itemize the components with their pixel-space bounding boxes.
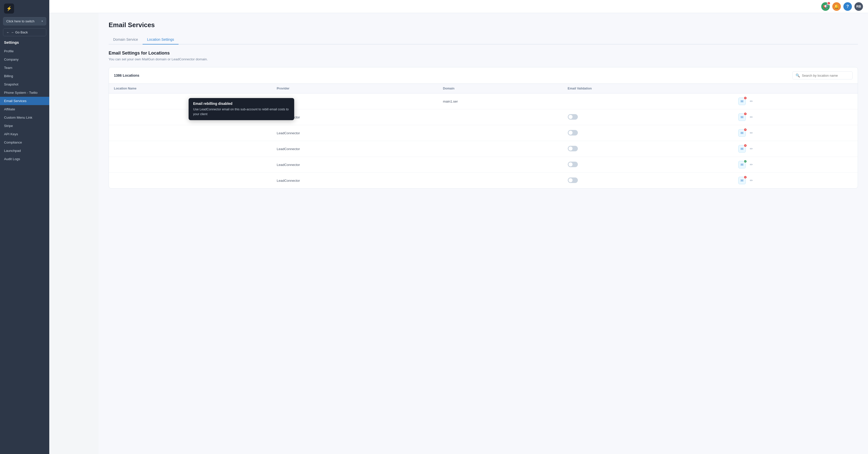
location-name-cell xyxy=(109,125,272,141)
email-icon-wrap[interactable]: ✉✕ xyxy=(738,145,746,153)
email-status-badge: ✕ xyxy=(744,175,747,179)
email-validation-cell xyxy=(563,125,734,141)
domain-cell xyxy=(438,109,563,125)
col-header-provider: Provider xyxy=(272,84,438,94)
edit-icon[interactable]: ✏ xyxy=(750,131,753,135)
search-input[interactable] xyxy=(802,74,849,77)
sidebar-item-email-services[interactable]: Email Services xyxy=(0,97,49,105)
help-icon: ? xyxy=(846,4,849,9)
provider-cell: Mailgun xyxy=(272,94,438,109)
table-row: LeadConnector✉✕✏ xyxy=(109,141,858,157)
go-back-arrow-icon: ← xyxy=(6,30,9,34)
email-validation-toggle[interactable] xyxy=(568,130,578,135)
email-validation-toggle[interactable] xyxy=(568,114,578,120)
location-name-cell xyxy=(109,141,272,157)
email-validation-toggle[interactable] xyxy=(568,146,578,151)
edit-icon[interactable]: ✏ xyxy=(750,99,753,104)
actions-cell: ✉✓✏ xyxy=(733,157,858,173)
table-card: 1386 Locations 🔍 Location NameProviderDo… xyxy=(108,67,858,189)
sidebar-item-audit-logs[interactable]: Audit Logs xyxy=(0,155,49,163)
table-header: 1386 Locations 🔍 xyxy=(109,67,858,84)
tab-location-settings[interactable]: Location Settings xyxy=(143,35,179,44)
sidebar-item-billing[interactable]: Billing xyxy=(0,72,49,80)
col-header-email-validation: Email Validation xyxy=(563,84,734,94)
email-validation-cell xyxy=(563,109,734,125)
sidebar-item-compliance[interactable]: Compliance xyxy=(0,138,49,147)
sidebar-item-team[interactable]: Team xyxy=(0,64,49,72)
avatar[interactable]: RB xyxy=(855,2,863,11)
email-status-badge: ✕ xyxy=(744,112,747,116)
provider-cell: LeadConnector xyxy=(272,125,438,141)
provider-cell: LeadConnector xyxy=(272,141,438,157)
email-icon-wrap[interactable]: ✉✕ xyxy=(738,98,746,105)
tooltip-title: Email rebilling disabled xyxy=(193,102,290,105)
search-box[interactable]: 🔍 xyxy=(792,71,852,79)
section-title: Email Settings for Locations xyxy=(108,51,858,56)
edit-icon[interactable]: ✏ xyxy=(750,178,753,183)
sidebar-logo: ⚡ xyxy=(0,0,49,17)
tabs-container: Domain ServiceLocation Settings xyxy=(108,35,858,44)
main-content: Email Services Domain ServiceLocation Se… xyxy=(99,13,868,454)
tooltip-desc: Use LeadConnector email on this sub-acco… xyxy=(193,107,290,117)
sidebar-item-api-keys[interactable]: API Keys xyxy=(0,130,49,138)
notification-badge: 1 xyxy=(827,1,831,5)
email-validation-cell xyxy=(563,94,734,109)
domain-cell xyxy=(438,173,563,189)
edit-icon[interactable]: ✏ xyxy=(750,115,753,120)
sidebar-item-affiliate[interactable]: Affiliate xyxy=(0,105,49,114)
email-validation-toggle[interactable] xyxy=(568,162,578,167)
email-status-badge: ✓ xyxy=(744,160,747,163)
edit-icon[interactable]: ✏ xyxy=(750,147,753,151)
megaphone-icon-button[interactable]: 📢 1 xyxy=(821,2,830,11)
switch-button[interactable]: Click here to switch ▾ xyxy=(3,17,46,25)
sidebar-item-profile[interactable]: Profile xyxy=(0,47,49,55)
table-row: LeadConnector✉✕✏ xyxy=(109,125,858,141)
email-icon-wrap[interactable]: ✉✓ xyxy=(738,161,746,168)
sidebar-item-launchpad[interactable]: Launchpad xyxy=(0,147,49,155)
tooltip-popup: Email rebilling disabled Use LeadConnect… xyxy=(189,98,294,120)
actions-cell: ✉✕✏ xyxy=(733,109,858,125)
actions-cell: ✉✕✏ xyxy=(733,94,858,109)
col-header-location-name: Location Name xyxy=(109,84,272,94)
go-back-button[interactable]: ← ← Go Back xyxy=(3,28,46,36)
domain-cell xyxy=(438,141,563,157)
provider-cell: LeadConnector xyxy=(272,173,438,189)
table-row: LeadConnector✉✕✏ xyxy=(109,173,858,189)
domain-cell xyxy=(438,157,563,173)
sidebar-item-stripe[interactable]: Stripe xyxy=(0,122,49,130)
email-icon-wrap[interactable]: ✉✕ xyxy=(738,114,746,121)
email-validation-cell xyxy=(563,141,734,157)
help-icon-button[interactable]: ? xyxy=(843,2,852,11)
tab-domain-service[interactable]: Domain Service xyxy=(108,35,143,44)
table-head: Location NameProviderDomainEmail Validat… xyxy=(109,84,858,94)
email-status-badge: ✕ xyxy=(744,96,747,100)
chevron-down-icon: ▾ xyxy=(41,20,43,23)
email-validation-cell xyxy=(563,173,734,189)
col-header-domain: Domain xyxy=(438,84,563,94)
sidebar-item-snapshot[interactable]: Snapshot xyxy=(0,80,49,89)
sidebar-item-company[interactable]: Company xyxy=(0,55,49,64)
edit-icon[interactable]: ✏ xyxy=(750,162,753,167)
actions-cell: ✉✕✏ xyxy=(733,125,858,141)
section-desc: You can set your own MailGun domain or L… xyxy=(108,57,858,61)
sidebar-item-custom-menu-link[interactable]: Custom Menu Link xyxy=(0,114,49,122)
actions-cell: ✉✕✏ xyxy=(733,173,858,189)
page-title: Email Services xyxy=(108,21,858,29)
email-validation-cell xyxy=(563,157,734,173)
switch-label: Click here to switch xyxy=(6,19,34,23)
table-header-row: Location NameProviderDomainEmail Validat… xyxy=(109,84,858,94)
email-icon-wrap[interactable]: ✉✕ xyxy=(738,129,746,137)
domain-cell xyxy=(438,125,563,141)
logo-icon: ⚡ xyxy=(4,3,14,13)
megaphone-icon: 📢 xyxy=(823,4,828,9)
col-header-actions xyxy=(733,84,858,94)
bell-icon-button[interactable]: 🔔 xyxy=(832,2,841,11)
settings-title: Settings xyxy=(0,40,49,47)
domain-cell: main1.ser xyxy=(438,94,563,109)
email-validation-toggle[interactable] xyxy=(568,177,578,183)
email-icon-wrap[interactable]: ✉✕ xyxy=(738,177,746,184)
sidebar-item-phone-system[interactable]: Phone System - Twilio xyxy=(0,89,49,97)
provider-cell: LeadConnector xyxy=(272,109,438,125)
provider-cell: LeadConnector xyxy=(272,157,438,173)
email-status-badge: ✕ xyxy=(744,128,747,131)
